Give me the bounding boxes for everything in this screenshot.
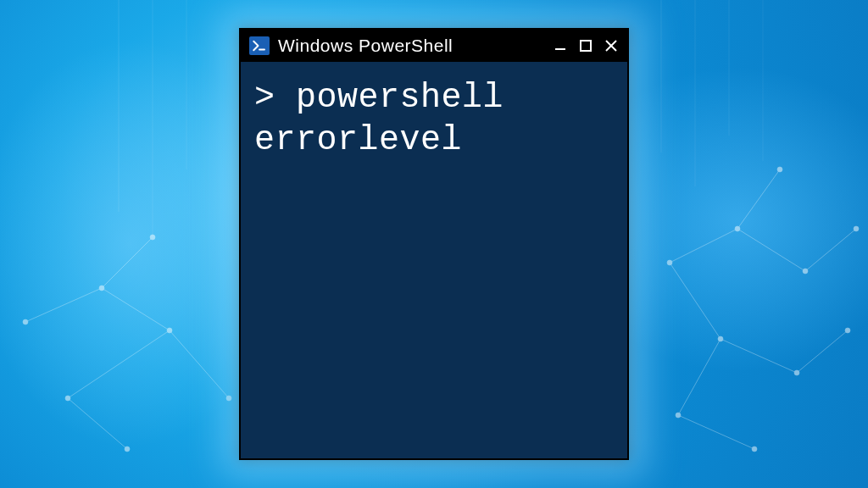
close-button[interactable]	[604, 38, 619, 53]
powershell-icon	[249, 36, 270, 55]
svg-line-22	[737, 169, 780, 229]
svg-point-16	[150, 235, 155, 240]
svg-point-35	[794, 370, 799, 375]
svg-line-27	[678, 339, 721, 415]
svg-line-21	[737, 229, 805, 271]
svg-line-7	[25, 288, 102, 322]
svg-line-25	[721, 339, 797, 373]
svg-rect-41	[581, 41, 591, 51]
terminal-body[interactable]: > powershell errorlevel	[241, 62, 627, 177]
svg-line-23	[805, 229, 856, 271]
svg-line-12	[68, 398, 127, 449]
svg-line-9	[102, 237, 153, 288]
svg-line-8	[102, 288, 170, 330]
powershell-window: Windows PowerShell > powershell erro	[239, 28, 629, 460]
svg-point-36	[845, 328, 850, 333]
svg-point-15	[167, 328, 172, 333]
minimize-button[interactable]	[553, 38, 568, 53]
terminal-line-2: errorlevel	[254, 119, 614, 162]
maximize-button[interactable]	[578, 38, 593, 53]
titlebar[interactable]: Windows PowerShell	[241, 30, 627, 62]
svg-point-31	[803, 269, 808, 274]
window-controls	[553, 38, 619, 53]
svg-line-20	[670, 229, 737, 263]
svg-line-28	[678, 415, 754, 449]
svg-point-19	[125, 446, 130, 452]
svg-point-37	[676, 413, 681, 418]
svg-point-29	[667, 260, 672, 265]
svg-point-30	[735, 226, 740, 231]
svg-point-13	[23, 319, 28, 324]
svg-point-32	[777, 167, 782, 172]
terminal-line-1: > powershell	[254, 77, 614, 119]
svg-point-17	[226, 396, 231, 401]
svg-point-14	[99, 286, 104, 291]
svg-line-10	[170, 330, 229, 398]
svg-point-18	[65, 396, 70, 401]
window-title: Windows PowerShell	[278, 36, 553, 56]
svg-line-26	[797, 330, 848, 373]
svg-point-34	[718, 336, 723, 341]
svg-point-33	[854, 226, 859, 231]
svg-point-38	[752, 446, 757, 452]
svg-line-24	[670, 263, 721, 339]
svg-line-11	[68, 330, 170, 398]
